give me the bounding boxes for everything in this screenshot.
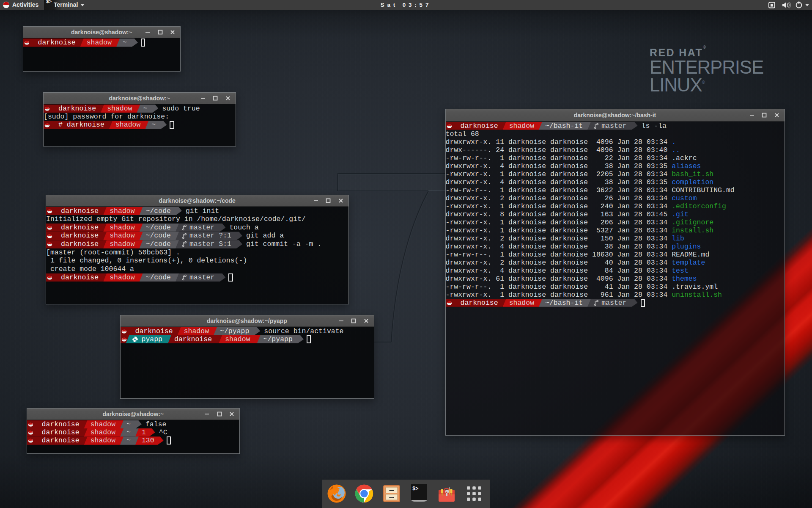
svg-text:$>: $>	[412, 486, 418, 492]
